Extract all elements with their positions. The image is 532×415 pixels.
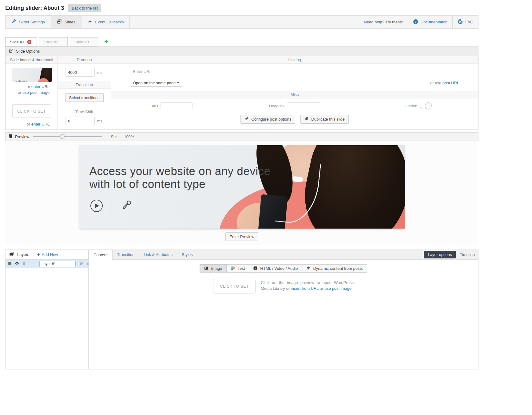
time-shift-input[interactable] bbox=[65, 117, 95, 125]
slide-heading-line2: with lot of content type bbox=[89, 178, 271, 191]
slide-heading-line1: Access your website on any device bbox=[89, 165, 271, 178]
add-new-label: Add New bbox=[42, 252, 58, 257]
video-icon bbox=[253, 266, 258, 271]
close-slide-icon[interactable] bbox=[27, 40, 32, 44]
insert-from-url-link[interactable]: insert from URL bbox=[291, 286, 319, 291]
slides-icon bbox=[57, 19, 62, 25]
slide-tab-2[interactable]: Slide #2 bbox=[39, 37, 68, 46]
or-text: or bbox=[18, 90, 22, 95]
configure-post-options-button[interactable]: Configure post options bbox=[240, 115, 295, 123]
duplicate-layer-icon[interactable] bbox=[79, 261, 83, 267]
preview-area: Access your website on any device with l… bbox=[5, 141, 478, 245]
timeline-button[interactable]: Timeline bbox=[460, 252, 475, 257]
slide-tabs: Slide #1 Slide #2 Slide #3 + bbox=[5, 37, 478, 46]
pushpin-icon bbox=[244, 117, 249, 122]
content-type-label: Dynamic content from posts bbox=[313, 266, 363, 271]
editor-tab-content[interactable]: Content bbox=[89, 250, 113, 260]
drag-handle-icon[interactable] bbox=[8, 261, 12, 267]
main-nav: Slider Settings Slides Event Callbacks N… bbox=[5, 15, 478, 29]
slide-url-input[interactable] bbox=[130, 68, 459, 75]
slide-options-title: Slide Options bbox=[16, 49, 40, 54]
slide-tab-label: Slide #1 bbox=[10, 40, 24, 44]
helper-text: or bbox=[320, 286, 324, 291]
tab-label: Event Callbacks bbox=[95, 20, 124, 24]
slide-preview-image[interactable]: Access your website on any device with l… bbox=[79, 145, 405, 229]
film-icon bbox=[8, 134, 13, 140]
documentation-link[interactable]: ? Documentation bbox=[408, 16, 452, 28]
use-post-url-link[interactable]: use post URL bbox=[435, 81, 459, 85]
link-target-value: Open on the same page bbox=[133, 81, 176, 85]
slide-tab-3[interactable]: Slide #3 bbox=[70, 37, 98, 46]
microphone-icon bbox=[121, 199, 133, 212]
id-input[interactable] bbox=[161, 102, 193, 109]
layer-name-input[interactable] bbox=[39, 261, 76, 267]
slider-handle[interactable] bbox=[60, 134, 65, 139]
enter-url-link-2[interactable]: enter URL bbox=[31, 122, 50, 126]
edit-pen-icon bbox=[9, 49, 13, 54]
layer-row[interactable] bbox=[6, 260, 88, 268]
faq-label: FAQ bbox=[465, 20, 473, 24]
editor-tab-link-attributes[interactable]: Link & Attributes bbox=[139, 250, 177, 259]
editor-tab-transition[interactable]: Transition bbox=[113, 250, 139, 259]
size-value: 100% bbox=[124, 134, 134, 139]
content-type-text[interactable]: Text bbox=[226, 264, 249, 273]
play-icon bbox=[90, 200, 103, 212]
question-circle-icon: ? bbox=[413, 19, 418, 25]
ms-unit: ms bbox=[97, 119, 102, 123]
lock-icon[interactable] bbox=[22, 261, 26, 267]
layer-image-click-to-set[interactable]: CLICK TO SET bbox=[213, 279, 256, 293]
layer-editor: Content Transition Link & Attributes Sty… bbox=[89, 250, 478, 369]
content-type-dynamic-posts[interactable]: Dynamic content from posts bbox=[302, 264, 367, 273]
layer-options-button[interactable]: Layer options bbox=[424, 251, 456, 258]
help-prompt: Need help? Try these: bbox=[364, 16, 403, 28]
tab-slides[interactable]: Slides bbox=[51, 16, 81, 28]
use-post-image-link[interactable]: use post image bbox=[22, 90, 50, 95]
content-type-label: Text bbox=[238, 266, 245, 271]
slide-tab-1[interactable]: Slide #1 bbox=[5, 37, 37, 46]
add-slide-button[interactable]: + bbox=[104, 38, 108, 46]
or-text: or bbox=[27, 122, 30, 126]
content-type-image[interactable]: Image bbox=[200, 264, 226, 273]
linking-header: Linking bbox=[111, 56, 478, 64]
use-post-image-link[interactable]: use post image bbox=[324, 286, 351, 291]
duplicate-icon bbox=[304, 117, 309, 122]
enter-url-link[interactable]: enter URL bbox=[31, 84, 50, 89]
eye-icon[interactable] bbox=[15, 261, 19, 267]
chevron-down-icon: ▼ bbox=[177, 81, 180, 85]
toggle-knob bbox=[425, 102, 432, 109]
add-new-layer-button[interactable]: + Add New bbox=[37, 252, 58, 257]
ms-unit: ms bbox=[97, 70, 102, 75]
thumbnail-click-to-set[interactable]: CLICK TO SET bbox=[12, 104, 51, 118]
enter-preview-button[interactable]: Enter Preview bbox=[225, 232, 258, 241]
image-icon bbox=[204, 266, 208, 271]
tab-slider-settings[interactable]: Slider Settings bbox=[6, 16, 51, 28]
preview-toolbar: Preview Size: 100% bbox=[5, 132, 478, 141]
slide-thumbnail[interactable]: ny device bbox=[12, 68, 52, 82]
svg-text:?: ? bbox=[415, 20, 416, 23]
transition-header: Transition bbox=[58, 81, 111, 89]
editor-tab-styles[interactable]: Styles bbox=[177, 250, 197, 259]
faq-link[interactable]: FAQ bbox=[452, 16, 478, 28]
tab-label: Slides bbox=[65, 20, 75, 24]
link-target-select[interactable]: Open on the same page ▼ bbox=[130, 79, 182, 87]
content-type-label: HTML / Video / Audio bbox=[260, 266, 298, 271]
layers-icon bbox=[9, 251, 14, 258]
helper-text: . bbox=[351, 286, 353, 291]
preview-size-slider[interactable] bbox=[33, 136, 102, 137]
deeplink-label: Deeplink bbox=[269, 104, 285, 108]
tab-event-callbacks[interactable]: Event Callbacks bbox=[81, 16, 130, 28]
slide-tab-label: Slide #3 bbox=[74, 40, 89, 44]
deeplink-input[interactable] bbox=[287, 102, 320, 109]
duration-input[interactable] bbox=[65, 68, 95, 77]
hidden-toggle[interactable] bbox=[420, 103, 431, 109]
documentation-label: Documentation bbox=[421, 20, 447, 24]
select-transitions-button[interactable]: Select transitions bbox=[65, 93, 104, 102]
content-type-label: Image bbox=[211, 266, 222, 271]
back-to-list-button[interactable]: Back to the list bbox=[68, 4, 101, 12]
slide-heading: Access your website on any device with l… bbox=[89, 165, 271, 191]
content-type-html-video-audio[interactable]: HTML / Video / Audio bbox=[249, 264, 302, 273]
layers-panel: Layers | + Add New bbox=[6, 250, 89, 369]
divider bbox=[112, 200, 112, 212]
pushpin-icon bbox=[306, 266, 311, 271]
duplicate-slide-button[interactable]: Duplicate this slide bbox=[300, 115, 348, 123]
